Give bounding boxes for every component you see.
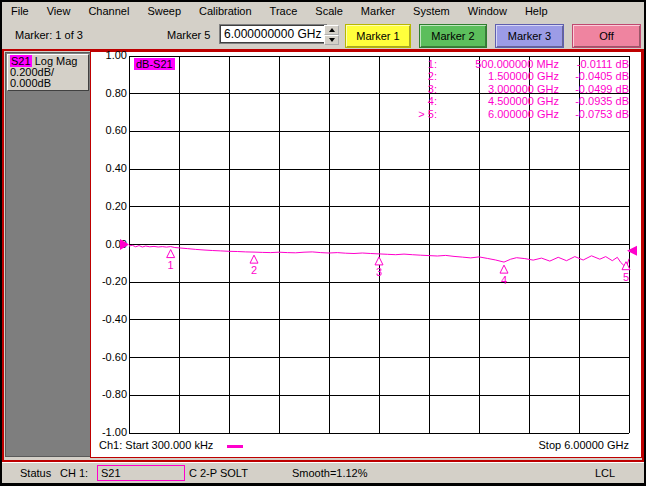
marker-frequency: 500.000000 MHz [437,58,559,70]
marker-2-triangle-icon[interactable] [250,255,258,263]
status-label: Status [20,467,51,479]
marker-frequency: 3.000000 GHz [437,83,559,95]
spinner-up-button[interactable] [324,25,339,35]
menu-item-file[interactable]: File [2,3,38,19]
y-axis-tick: -0.20 [93,275,127,287]
y-axis-tick: -0.40 [93,313,127,325]
marker-3-button[interactable]: Marker 3 [495,24,564,48]
spinner-down-button[interactable] [324,35,339,45]
menu-item-window[interactable]: Window [459,3,516,19]
marker-frequency: 4.500000 GHz [437,95,559,107]
y-axis-tick: -0.80 [93,388,127,400]
menu-item-help[interactable]: Help [516,3,557,19]
marker-value: -0.0935 dB [559,95,629,107]
marker-off-button[interactable]: Off [572,24,641,48]
y-axis-tick: 0.40 [93,162,127,174]
menu-item-marker[interactable]: Marker [352,3,404,19]
marker-number: > 5: [309,108,437,120]
marker-toolbar: Marker: 1 of 3 Marker 5 Marker 1 Marker … [2,20,644,49]
arrow-up-icon [329,28,335,32]
y-axis-tick: -0.60 [93,351,127,363]
marker-2-button[interactable]: Marker 2 [419,24,487,48]
marker-3-triangle-icon[interactable] [375,257,383,265]
trace-ref-label: 0.000dB [10,78,86,89]
marker-value: -0.0753 dB [559,108,629,120]
marker-5-number: 5 [623,271,629,283]
marker-1-triangle-icon[interactable] [167,250,175,258]
local-mode-indicator: LCL [595,467,615,479]
menu-item-trace[interactable]: Trace [261,3,307,19]
channel-window: S21 Log Mag 0.200dB/ 0.000dB 1.000.800.6… [2,49,644,462]
menu-item-sweep[interactable]: Sweep [138,3,190,19]
sweep-start-label: Ch1: Start 300.000 kHz [99,439,213,451]
marker-3-number: 3 [376,266,382,278]
marker-frequency-input[interactable] [220,25,326,43]
menu-item-view[interactable]: View [38,3,80,19]
sweep-stop-label: Stop 6.00000 GHz [538,439,629,451]
menu-item-calibration[interactable]: Calibration [190,3,261,19]
arrow-down-icon [329,38,335,42]
correction-status: C 2-P SOLT [189,467,248,479]
marker-4-number: 4 [501,274,507,286]
y-axis-tick: 1.00 [93,49,127,61]
y-axis-tick: 0.80 [93,87,127,99]
plot-window: 1.000.800.600.400.200.00-0.20-0.40-0.60-… [90,51,642,458]
marker-value: -0.0111 dB [559,58,629,70]
marker-number: 1: [309,58,437,70]
status-bar: Status CH 1: S21 C 2-P SOLT Smooth=1.12%… [2,462,644,483]
active-trace-box[interactable]: S21 [97,465,185,481]
menu-item-channel[interactable]: Channel [79,3,138,19]
active-marker-label: Marker 5 [167,29,210,41]
marker-value: -0.0405 dB [559,70,629,82]
marker-number: 3: [309,83,437,95]
marker-1-number: 1 [168,259,174,271]
marker-status-label: Marker: 1 of 3 [15,29,83,41]
marker-value: -0.0499 dB [559,83,629,95]
marker-2-number: 2 [251,264,257,276]
marker-number: 2: [309,70,437,82]
marker-frequency: 1.500000 GHz [437,70,559,82]
marker-number: 4: [309,95,437,107]
menu-item-scale[interactable]: Scale [306,3,352,19]
marker-readout-row: 4: 4.500000 GHz -0.0935 dB [309,95,629,107]
marker-frequency-spinner [324,25,339,45]
channel-label: CH 1: [60,467,88,479]
marker-readout-row: 2: 1.500000 GHz -0.0405 dB [309,70,629,82]
marker-1-button[interactable]: Marker 1 [345,24,411,48]
marker-readout-row: > 5: 6.000000 GHz -0.0753 dB [309,108,629,120]
y-axis-tick: 0.20 [93,200,127,212]
trace-color-key [227,445,243,448]
marker-4-triangle-icon[interactable] [500,265,508,273]
smoothing-status: Smooth=1.12% [292,467,368,479]
marker-readout-row: 1: 500.000000 MHz -0.0111 dB [309,58,629,70]
y-axis-tick: 0.60 [93,124,127,136]
menu-bar: File View Channel Sweep Calibration Trac… [2,2,644,21]
marker-readout-row: 3: 3.000000 GHz -0.0499 dB [309,83,629,95]
marker-readout-list: 1: 500.000000 MHz -0.0111 dB 2: 1.500000… [309,58,629,120]
trace-chart-label: dB-S21 [134,58,175,70]
trace-info-box[interactable]: S21 Log Mag 0.200dB/ 0.000dB [7,54,89,91]
marker-frequency: 6.000000 GHz [437,108,559,120]
analyzer-screen: File View Channel Sweep Calibration Trac… [0,0,646,486]
stimulus-row: Ch1: Start 300.000 kHz Stop 6.00000 GHz [91,437,641,453]
menu-item-system[interactable]: System [404,3,459,19]
trace-sidebar: S21 Log Mag 0.200dB/ 0.000dB [5,52,91,457]
